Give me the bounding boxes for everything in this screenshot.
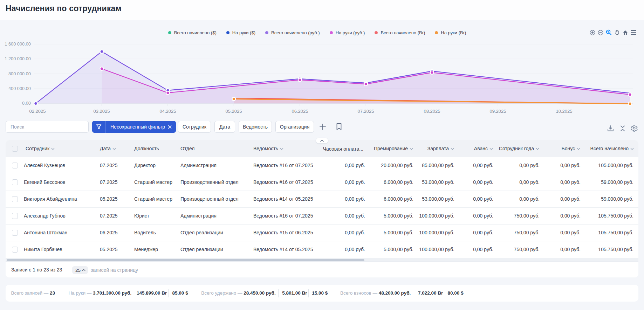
- svg-text:1 200 000.00: 1 200 000.00: [5, 56, 31, 61]
- svg-text:05.2025: 05.2025: [226, 109, 242, 114]
- svg-text:10.2025: 10.2025: [556, 109, 573, 114]
- svg-text:400 000.00: 400 000.00: [8, 86, 31, 91]
- svg-text:04.2025: 04.2025: [160, 109, 176, 114]
- svg-text:800 000.00: 800 000.00: [8, 71, 31, 76]
- svg-text:09.2025: 09.2025: [490, 109, 506, 114]
- svg-text:07.2025: 07.2025: [358, 109, 374, 114]
- svg-text:02.2025: 02.2025: [29, 109, 46, 114]
- svg-text:0.00: 0.00: [22, 101, 31, 106]
- svg-text:03.2025: 03.2025: [94, 109, 110, 114]
- svg-text:06.2025: 06.2025: [292, 109, 308, 114]
- svg-text:08.2025: 08.2025: [424, 109, 440, 114]
- svg-text:1 600 000.00: 1 600 000.00: [5, 41, 31, 47]
